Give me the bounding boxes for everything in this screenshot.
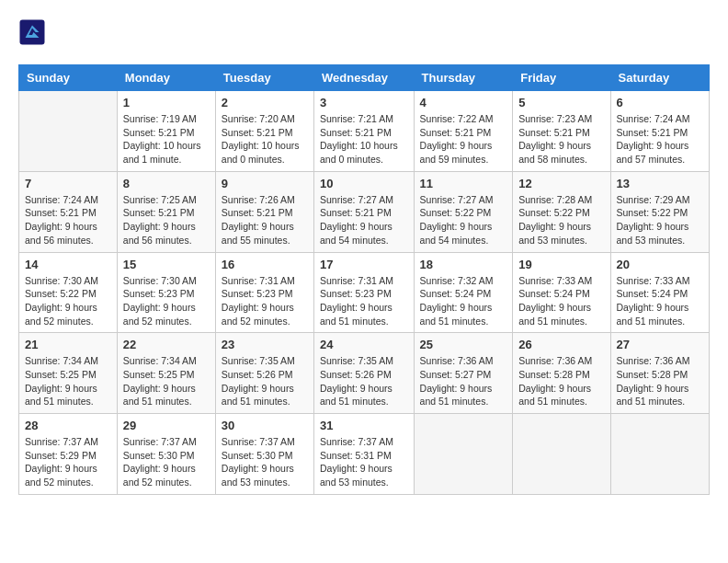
calendar-cell: 30Sunrise: 7:37 AMSunset: 5:30 PMDayligh… [215, 414, 313, 495]
day-info: Sunrise: 7:37 AMSunset: 5:29 PMDaylight:… [25, 435, 111, 489]
calendar-cell: 2Sunrise: 7:20 AMSunset: 5:21 PMDaylight… [215, 91, 313, 172]
day-number: 16 [222, 258, 308, 271]
day-number: 19 [518, 258, 604, 271]
day-info: Sunrise: 7:24 AMSunset: 5:21 PMDaylight:… [25, 193, 111, 247]
day-info: Sunrise: 7:26 AMSunset: 5:21 PMDaylight:… [222, 193, 308, 247]
day-number: 20 [617, 258, 703, 271]
day-info: Sunrise: 7:25 AMSunset: 5:21 PMDaylight:… [123, 193, 210, 247]
calendar-cell: 8Sunrise: 7:25 AMSunset: 5:21 PMDaylight… [117, 171, 215, 252]
calendar-cell: 29Sunrise: 7:37 AMSunset: 5:30 PMDayligh… [117, 414, 215, 495]
day-number: 5 [518, 96, 604, 109]
calendar-cell: 6Sunrise: 7:24 AMSunset: 5:21 PMDaylight… [610, 91, 709, 172]
day-info: Sunrise: 7:37 AMSunset: 5:30 PMDaylight:… [123, 435, 210, 489]
day-number: 26 [518, 338, 604, 351]
day-info: Sunrise: 7:27 AMSunset: 5:21 PMDaylight:… [320, 193, 408, 247]
calendar-cell [19, 91, 118, 172]
day-number: 30 [222, 419, 308, 432]
day-number: 9 [222, 177, 308, 190]
day-info: Sunrise: 7:32 AMSunset: 5:24 PMDaylight:… [420, 274, 507, 328]
calendar-cell: 31Sunrise: 7:37 AMSunset: 5:31 PMDayligh… [314, 414, 415, 495]
day-number: 25 [420, 338, 507, 351]
calendar-cell: 23Sunrise: 7:35 AMSunset: 5:26 PMDayligh… [215, 333, 313, 414]
day-info: Sunrise: 7:21 AMSunset: 5:21 PMDaylight:… [320, 112, 408, 167]
calendar-cell: 22Sunrise: 7:34 AMSunset: 5:25 PMDayligh… [117, 333, 215, 414]
weekday-header-wednesday: Wednesday [314, 65, 415, 91]
calendar-cell: 15Sunrise: 7:30 AMSunset: 5:23 PMDayligh… [117, 252, 215, 333]
calendar-cell: 12Sunrise: 7:28 AMSunset: 5:22 PMDayligh… [513, 171, 610, 252]
calendar-cell: 27Sunrise: 7:36 AMSunset: 5:28 PMDayligh… [610, 333, 709, 414]
calendar-cell: 5Sunrise: 7:23 AMSunset: 5:21 PMDaylight… [513, 91, 610, 172]
day-info: Sunrise: 7:19 AMSunset: 5:21 PMDaylight:… [123, 112, 210, 167]
calendar-cell: 16Sunrise: 7:31 AMSunset: 5:23 PMDayligh… [215, 252, 313, 333]
calendar-cell [610, 414, 709, 495]
weekday-header-sunday: Sunday [19, 65, 118, 91]
weekday-row: SundayMondayTuesdayWednesdayThursdayFrid… [19, 65, 710, 91]
calendar-week-1: 1Sunrise: 7:19 AMSunset: 5:21 PMDaylight… [19, 91, 710, 172]
day-info: Sunrise: 7:36 AMSunset: 5:27 PMDaylight:… [420, 354, 507, 408]
day-number: 17 [320, 258, 408, 271]
day-number: 6 [617, 96, 703, 109]
day-info: Sunrise: 7:36 AMSunset: 5:28 PMDaylight:… [617, 354, 703, 408]
calendar-cell: 20Sunrise: 7:33 AMSunset: 5:24 PMDayligh… [610, 252, 709, 333]
calendar-cell [414, 414, 513, 495]
day-info: Sunrise: 7:37 AMSunset: 5:30 PMDaylight:… [222, 435, 308, 489]
day-number: 1 [123, 96, 210, 109]
svg-rect-0 [20, 20, 45, 45]
calendar-cell: 19Sunrise: 7:33 AMSunset: 5:24 PMDayligh… [513, 252, 610, 333]
day-number: 27 [617, 338, 703, 351]
day-number: 29 [123, 419, 210, 432]
day-info: Sunrise: 7:35 AMSunset: 5:26 PMDaylight:… [320, 354, 408, 408]
day-info: Sunrise: 7:33 AMSunset: 5:24 PMDaylight:… [518, 274, 604, 328]
day-info: Sunrise: 7:35 AMSunset: 5:26 PMDaylight:… [222, 354, 308, 408]
calendar-cell: 13Sunrise: 7:29 AMSunset: 5:22 PMDayligh… [610, 171, 709, 252]
calendar-body: 1Sunrise: 7:19 AMSunset: 5:21 PMDaylight… [19, 91, 710, 495]
calendar-cell: 17Sunrise: 7:31 AMSunset: 5:23 PMDayligh… [314, 252, 415, 333]
day-number: 24 [320, 338, 408, 351]
day-number: 12 [518, 177, 604, 190]
calendar-cell: 7Sunrise: 7:24 AMSunset: 5:21 PMDaylight… [19, 171, 118, 252]
day-info: Sunrise: 7:28 AMSunset: 5:22 PMDaylight:… [518, 193, 604, 247]
calendar-cell: 11Sunrise: 7:27 AMSunset: 5:22 PMDayligh… [414, 171, 513, 252]
day-info: Sunrise: 7:27 AMSunset: 5:22 PMDaylight:… [420, 193, 507, 247]
day-number: 4 [420, 96, 507, 109]
day-info: Sunrise: 7:36 AMSunset: 5:28 PMDaylight:… [518, 354, 604, 408]
day-info: Sunrise: 7:29 AMSunset: 5:22 PMDaylight:… [617, 193, 703, 247]
day-info: Sunrise: 7:24 AMSunset: 5:21 PMDaylight:… [617, 112, 703, 167]
calendar-cell: 10Sunrise: 7:27 AMSunset: 5:21 PMDayligh… [314, 171, 415, 252]
calendar-week-2: 7Sunrise: 7:24 AMSunset: 5:21 PMDaylight… [19, 171, 710, 252]
day-info: Sunrise: 7:30 AMSunset: 5:22 PMDaylight:… [25, 274, 111, 328]
day-info: Sunrise: 7:33 AMSunset: 5:24 PMDaylight:… [617, 274, 703, 328]
calendar-cell: 3Sunrise: 7:21 AMSunset: 5:21 PMDaylight… [314, 91, 415, 172]
day-info: Sunrise: 7:34 AMSunset: 5:25 PMDaylight:… [123, 354, 210, 408]
calendar-cell: 21Sunrise: 7:34 AMSunset: 5:25 PMDayligh… [19, 333, 118, 414]
day-info: Sunrise: 7:30 AMSunset: 5:23 PMDaylight:… [123, 274, 210, 328]
calendar-table: SundayMondayTuesdayWednesdayThursdayFrid… [18, 64, 710, 495]
day-info: Sunrise: 7:20 AMSunset: 5:21 PMDaylight:… [222, 112, 308, 167]
day-number: 21 [25, 338, 111, 351]
calendar-cell: 28Sunrise: 7:37 AMSunset: 5:29 PMDayligh… [19, 414, 118, 495]
day-info: Sunrise: 7:31 AMSunset: 5:23 PMDaylight:… [320, 274, 408, 328]
calendar-week-4: 21Sunrise: 7:34 AMSunset: 5:25 PMDayligh… [19, 333, 710, 414]
calendar-cell: 1Sunrise: 7:19 AMSunset: 5:21 PMDaylight… [117, 91, 215, 172]
day-number: 2 [222, 96, 308, 109]
day-number: 10 [320, 177, 408, 190]
page-header [18, 18, 710, 55]
day-number: 11 [420, 177, 507, 190]
calendar-cell: 18Sunrise: 7:32 AMSunset: 5:24 PMDayligh… [414, 252, 513, 333]
calendar-cell: 14Sunrise: 7:30 AMSunset: 5:22 PMDayligh… [19, 252, 118, 333]
day-info: Sunrise: 7:37 AMSunset: 5:31 PMDaylight:… [320, 435, 408, 489]
calendar-cell: 26Sunrise: 7:36 AMSunset: 5:28 PMDayligh… [513, 333, 610, 414]
weekday-header-thursday: Thursday [414, 65, 513, 91]
calendar-header: SundayMondayTuesdayWednesdayThursdayFrid… [19, 65, 710, 91]
day-info: Sunrise: 7:31 AMSunset: 5:23 PMDaylight:… [222, 274, 308, 328]
weekday-header-saturday: Saturday [610, 65, 709, 91]
day-info: Sunrise: 7:34 AMSunset: 5:25 PMDaylight:… [25, 354, 111, 408]
weekday-header-friday: Friday [513, 65, 610, 91]
calendar-cell: 24Sunrise: 7:35 AMSunset: 5:26 PMDayligh… [314, 333, 415, 414]
weekday-header-monday: Monday [117, 65, 215, 91]
day-number: 18 [420, 258, 507, 271]
day-number: 31 [320, 419, 408, 432]
day-info: Sunrise: 7:23 AMSunset: 5:21 PMDaylight:… [518, 112, 604, 167]
day-number: 7 [25, 177, 111, 190]
day-number: 8 [123, 177, 210, 190]
